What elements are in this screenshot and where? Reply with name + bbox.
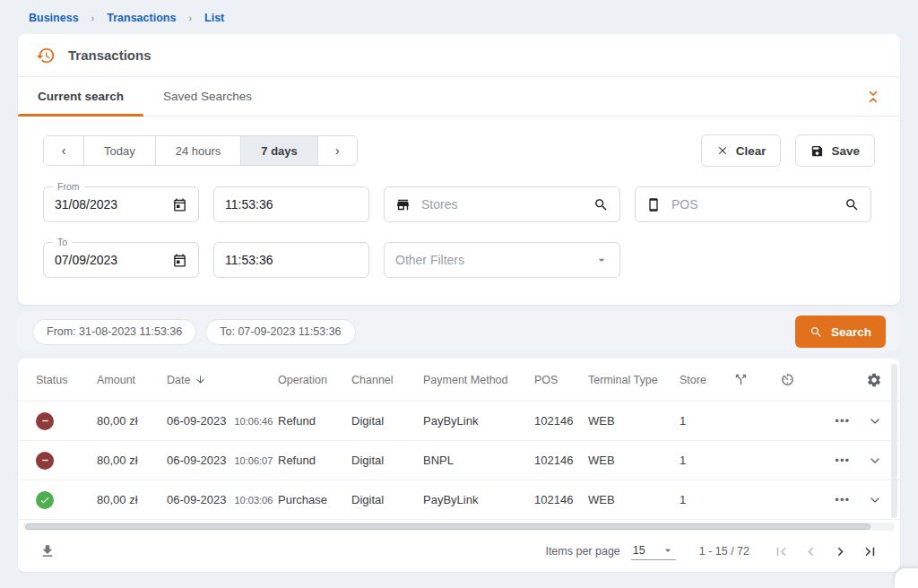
payment-method-cell: PayByLink	[423, 493, 534, 506]
row-more-actions-icon[interactable]: •••	[835, 493, 850, 506]
stores-filter-field[interactable]: Stores	[384, 186, 620, 222]
clear-button[interactable]: Clear	[701, 134, 782, 167]
stores-placeholder: Stores	[421, 197, 457, 212]
operation-cell: Refund	[278, 414, 351, 428]
collapse-panel-button[interactable]	[846, 77, 900, 116]
tab-current-search-label: Current search	[38, 90, 124, 103]
column-payment-method: Payment Method	[423, 374, 534, 386]
channel-cell: Digital	[351, 493, 423, 506]
tabs-bar: Current search Saved Searches	[18, 77, 900, 117]
horizontal-scrollbar[interactable]	[23, 523, 895, 531]
breadcrumb-separator-icon: ›	[188, 13, 192, 23]
amount-cell: 80,00 zł	[97, 414, 167, 428]
terminal-type-cell: WEB	[588, 493, 680, 506]
search-button[interactable]: Search	[795, 316, 886, 348]
range-next-button[interactable]: ›	[317, 136, 357, 165]
pos-placeholder: POS	[671, 197, 698, 212]
filter-body: ‹ Today 24 hours 7 days › Clear Save Fro…	[18, 117, 900, 305]
column-pos: POS	[534, 374, 588, 386]
other-filters-dropdown[interactable]: Other Filters	[384, 242, 620, 278]
pager	[773, 543, 879, 560]
vertical-scrollbar[interactable]	[891, 364, 897, 518]
from-date-field[interactable]: From 31/08/2023	[43, 186, 199, 222]
pos-filter-field[interactable]: POS	[635, 186, 871, 222]
store-cell: 1	[680, 493, 733, 506]
collapse-vertical-icon	[866, 90, 880, 104]
range-today-button[interactable]: Today	[83, 136, 155, 165]
column-channel: Channel	[351, 374, 423, 386]
row-more-actions-icon[interactable]: •••	[835, 414, 850, 428]
date-cell: 06-09-2023	[167, 414, 227, 428]
pos-cell: 102146	[534, 454, 588, 467]
time-cell: 10:06:46	[235, 416, 273, 427]
time-cell: 10:03:06	[235, 495, 273, 506]
status-declined-icon	[36, 412, 54, 430]
column-terminal-type: Terminal Type	[588, 374, 680, 386]
breadcrumb-list[interactable]: List	[204, 12, 224, 24]
to-time-field[interactable]: 11:53:36	[213, 242, 369, 278]
calendar-icon[interactable]	[172, 197, 187, 212]
from-filter-chip[interactable]: From: 31-08-2023 11:53:36	[32, 319, 196, 345]
range-7days-button[interactable]: 7 days	[240, 136, 316, 165]
download-icon[interactable]	[39, 543, 56, 559]
table-header-row: Status Amount Date Operation Channel Pay…	[18, 359, 900, 402]
clear-button-label: Clear	[736, 144, 766, 158]
to-filter-chip[interactable]: To: 07-09-2023 11:53:36	[205, 319, 355, 345]
tab-saved-searches[interactable]: Saved Searches	[143, 77, 272, 116]
call-split-icon[interactable]	[733, 372, 780, 387]
range-24hours-button[interactable]: 24 hours	[155, 136, 241, 165]
save-icon	[810, 144, 824, 158]
to-date-label: To	[53, 237, 72, 247]
horizontal-scrollbar-thumb[interactable]	[25, 523, 870, 530]
calendar-icon[interactable]	[172, 253, 187, 268]
search-icon[interactable]	[593, 197, 609, 212]
caret-down-icon	[662, 544, 674, 557]
previous-page-icon[interactable]	[802, 543, 819, 560]
row-more-actions-icon[interactable]: •••	[835, 454, 850, 467]
search-icon[interactable]	[844, 197, 860, 212]
last-page-icon[interactable]	[862, 543, 879, 560]
pos-cell: 102146	[534, 414, 588, 428]
sort-desc-icon	[195, 374, 206, 385]
timer-icon[interactable]	[780, 372, 830, 387]
range-prev-button[interactable]: ‹	[44, 136, 83, 165]
from-time-field[interactable]: 11:53:36	[213, 186, 369, 222]
terminal-type-cell: WEB	[588, 454, 680, 467]
first-page-icon[interactable]	[773, 543, 790, 560]
to-date-field[interactable]: To 07/09/2023	[43, 242, 199, 278]
operation-cell: Refund	[278, 454, 351, 467]
terminal-type-cell: WEB	[588, 414, 680, 428]
tab-current-search[interactable]: Current search	[18, 77, 143, 116]
column-date-sort[interactable]: Date	[167, 374, 278, 386]
row-expand-chevron-icon[interactable]	[868, 414, 882, 428]
to-time-value: 11:53:36	[225, 253, 273, 267]
save-button-label: Save	[831, 144, 860, 158]
items-per-page: Items per page 15	[545, 542, 675, 560]
row-expand-chevron-icon[interactable]	[868, 454, 882, 468]
next-page-icon[interactable]	[832, 543, 849, 560]
breadcrumb-business[interactable]: Business	[29, 12, 79, 24]
channel-cell: Digital	[351, 414, 423, 428]
column-status: Status	[36, 374, 97, 386]
column-store: Store	[680, 374, 733, 386]
filters-card: Transactions Current search Saved Search…	[18, 34, 900, 305]
table-row: 80,00 zł 06-09-202310:06:07 Refund Digit…	[18, 441, 900, 480]
payment-method-cell: BNPL	[423, 454, 534, 467]
breadcrumb-transactions[interactable]: Transactions	[107, 12, 176, 24]
status-declined-icon	[36, 452, 54, 470]
items-per-page-select[interactable]: 15	[631, 542, 676, 560]
row-expand-chevron-icon[interactable]	[868, 493, 882, 507]
column-date-label: Date	[167, 374, 190, 386]
to-date-value: 07/09/2023	[55, 253, 117, 267]
channel-cell: Digital	[351, 454, 423, 467]
from-date-value: 31/08/2023	[55, 197, 117, 212]
quick-range-group: ‹ Today 24 hours 7 days ›	[43, 135, 358, 166]
page-title: Transactions	[68, 48, 152, 63]
save-button[interactable]: Save	[795, 134, 875, 167]
pos-cell: 102146	[534, 493, 588, 506]
column-operation: Operation	[278, 374, 351, 386]
status-success-icon	[36, 491, 54, 509]
smartphone-icon	[646, 197, 661, 212]
amount-cell: 80,00 zł	[97, 493, 167, 506]
table-settings-gear-icon[interactable]	[830, 372, 882, 388]
